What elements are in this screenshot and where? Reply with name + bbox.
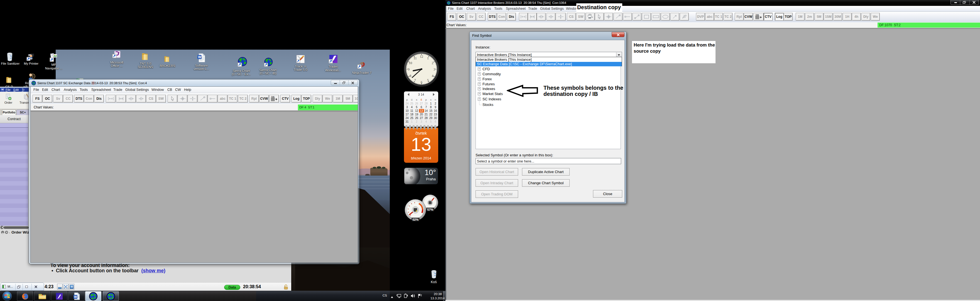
svg-text:6: 6: [421, 80, 422, 84]
svg-text:4: 4: [432, 74, 433, 78]
svg-text:7: 7: [414, 78, 416, 82]
svg-text:TVW: TVW: [271, 96, 274, 98]
svg-text:W: W: [74, 295, 77, 298]
svg-text:9: 9: [408, 67, 410, 71]
svg-text:57%: 57%: [427, 208, 433, 211]
svg-text:8: 8: [410, 74, 411, 78]
svg-text:02%: 02%: [412, 218, 418, 221]
svg-text:10: 10: [409, 61, 412, 65]
svg-text:1: 1: [427, 56, 429, 60]
svg-text:12: 12: [420, 54, 423, 59]
svg-text:11: 11: [414, 56, 417, 60]
svg-text:5: 5: [427, 78, 429, 82]
svg-text:3: 3: [433, 67, 435, 71]
svg-text:W: W: [198, 55, 202, 59]
svg-text:TVW: TVW: [756, 14, 759, 16]
svg-text:2: 2: [432, 61, 433, 65]
